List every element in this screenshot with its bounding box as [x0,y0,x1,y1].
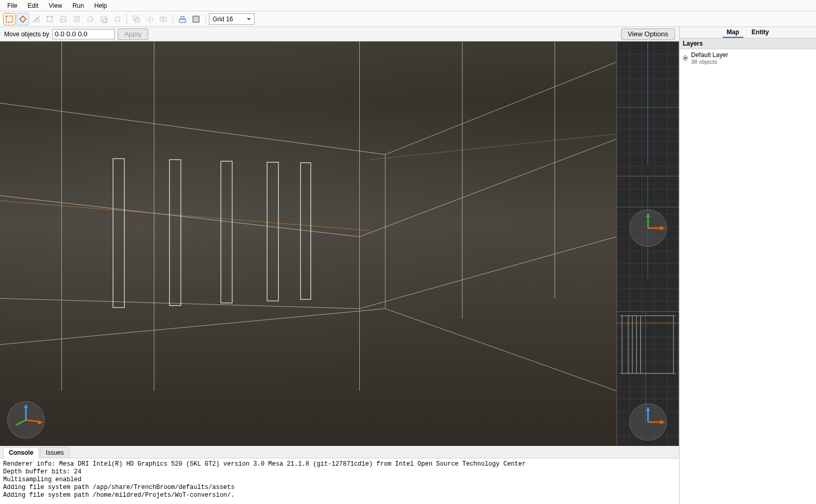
svg-rect-19 [181,17,184,19]
radio-selected-icon[interactable] [683,55,688,61]
move-input[interactable] [52,29,115,39]
tool-flip-h-button[interactable] [144,13,156,25]
viewport-3d[interactable] [0,41,616,446]
layer-detail: 38 objects [691,59,728,65]
move-label: Move objects by [4,31,49,38]
toolbar-separator [126,14,127,24]
svg-marker-30 [24,404,28,408]
tool-vertex-button[interactable] [44,13,56,25]
bottom-tabs: Console Issues [0,446,679,458]
gizmo-front-icon[interactable] [629,209,667,247]
tool-scale-button[interactable] [97,13,110,25]
tool-edge-button[interactable] [57,13,69,25]
layer-row[interactable]: Default Layer 38 objects [680,49,816,67]
svg-rect-12 [103,19,107,23]
tab-entity[interactable]: Entity [748,27,773,38]
tab-issues[interactable]: Issues [40,447,69,458]
viewports [0,41,679,446]
right-panel-tabs: Map Entity [680,27,816,38]
tool-flip-v-button[interactable] [157,13,170,25]
tab-console[interactable]: Console [3,447,39,458]
menubar: File Edit View Run Help [0,0,816,11]
svg-marker-13 [115,17,120,21]
tool-duplicate-button[interactable] [130,13,143,25]
tool-face-button[interactable] [71,13,83,25]
workspace: Move objects by Apply View Options [0,27,816,504]
view-options-button[interactable]: View Options [621,29,675,40]
menu-edit[interactable]: Edit [22,1,44,10]
svg-marker-41 [660,226,665,231]
tool-clip-button[interactable] [30,13,43,25]
svg-point-10 [88,17,93,22]
gizmo-3d-icon[interactable] [7,401,45,439]
toolbar: Grid 16 [0,11,816,27]
svg-line-33 [16,420,26,425]
subtoolbar: Move objects by Apply View Options [0,27,679,41]
svg-marker-55 [660,419,665,425]
editor-column: Move objects by Apply View Options [0,27,679,504]
uv-lock-button[interactable] [190,13,202,25]
svg-marker-53 [646,407,650,411]
toolbar-separator [205,14,206,24]
svg-rect-18 [179,19,186,22]
tab-map[interactable]: Map [723,27,743,38]
viewport-front[interactable] [617,176,679,311]
menu-view[interactable]: View [44,1,67,10]
toolbar-separator [173,14,173,24]
svg-point-5 [52,16,53,17]
layers-header: Layers [680,38,816,49]
menu-run[interactable]: Run [67,1,89,10]
gizmo-side-icon[interactable] [629,403,667,441]
tool-shear-button[interactable] [111,13,123,25]
menu-file[interactable]: File [2,1,22,10]
layer-name: Default Layer [691,51,728,59]
svg-marker-39 [646,213,650,217]
menu-help[interactable]: Help [89,1,112,10]
grid-size-select[interactable]: Grid 16 [209,13,255,25]
tool-brush-button[interactable] [17,13,29,25]
viewport-top[interactable] [617,41,679,176]
svg-rect-3 [47,17,52,22]
ortho-pane [616,41,679,446]
viewport-side[interactable] [617,312,679,446]
svg-rect-17 [164,17,166,21]
svg-rect-20 [193,16,199,22]
texture-lock-button[interactable] [176,13,189,25]
console-output: Renderer info: Mesa DRI Intel(R) HD Grap… [0,458,679,504]
tool-select-button[interactable] [3,13,16,25]
svg-point-4 [47,16,48,17]
tool-rotate-button[interactable] [84,13,96,25]
svg-rect-0 [6,16,12,22]
right-panel: Map Entity Layers Default Layer 38 objec… [679,27,816,504]
svg-rect-16 [160,17,163,21]
svg-rect-11 [101,17,106,22]
svg-marker-32 [38,420,43,425]
svg-rect-9 [75,18,78,21]
apply-button[interactable]: Apply [118,29,148,40]
svg-marker-1 [20,16,26,22]
grid-size-label: Grid 16 [213,16,233,23]
